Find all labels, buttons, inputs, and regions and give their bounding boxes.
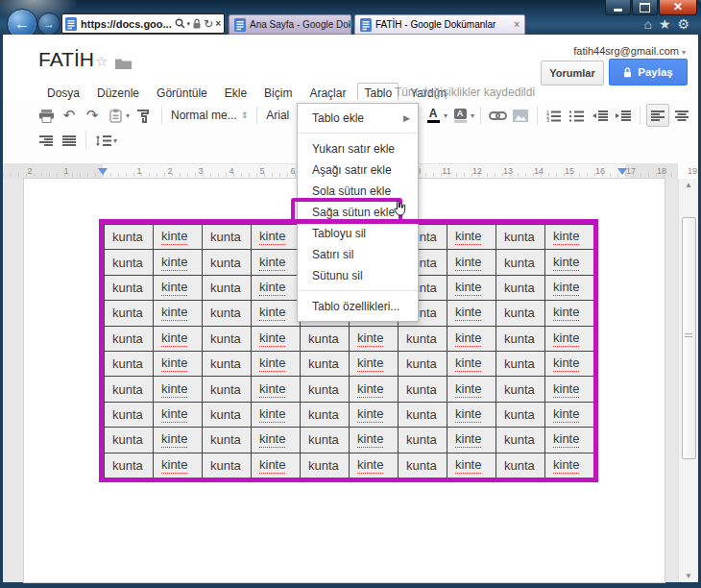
table-cell[interactable]: kinte bbox=[447, 428, 496, 453]
table-cell[interactable]: kunta bbox=[496, 453, 545, 478]
chevron-down-icon[interactable]: ▾ bbox=[471, 111, 474, 120]
document-title[interactable]: FATİH bbox=[38, 48, 94, 71]
menu-item-1[interactable]: Tablo ekle▶ bbox=[298, 108, 418, 129]
close-button[interactable]: ✕ bbox=[659, 0, 697, 15]
table-cell[interactable]: kunta bbox=[203, 301, 252, 326]
settings-icon[interactable]: ⚙ bbox=[677, 17, 689, 31]
table-cell[interactable]: kunta bbox=[301, 377, 350, 402]
table-cell[interactable]: kinte bbox=[447, 403, 496, 428]
forward-button[interactable]: → bbox=[37, 12, 60, 36]
print-button[interactable] bbox=[36, 105, 57, 126]
table-cell[interactable]: kinte bbox=[447, 453, 496, 478]
chevron-down-icon[interactable]: ▾ bbox=[126, 111, 130, 120]
table-cell[interactable]: kunta bbox=[399, 403, 447, 428]
table-cell[interactable]: kinte bbox=[447, 377, 496, 402]
table-cell[interactable]: kunta bbox=[203, 225, 252, 250]
table-cell[interactable]: kunta bbox=[105, 225, 154, 250]
table-cell[interactable]: kinte bbox=[545, 403, 594, 428]
table-cell[interactable]: kinte bbox=[154, 327, 203, 352]
table-cell[interactable]: kinte bbox=[350, 453, 399, 478]
table-cell[interactable]: kunta bbox=[105, 352, 154, 377]
styles-select[interactable]: Normal me...⇕ bbox=[167, 109, 252, 122]
decrease-indent-button[interactable] bbox=[590, 105, 611, 126]
table-cell[interactable]: kinte bbox=[252, 453, 301, 478]
right-indent-marker[interactable] bbox=[617, 168, 627, 175]
account-menu[interactable]: fatih44srg@gmail.com ▾ bbox=[573, 45, 686, 57]
table-cell[interactable]: kinte bbox=[545, 225, 594, 250]
tab-close-icon[interactable]: × bbox=[514, 19, 520, 30]
table-cell[interactable]: kinte bbox=[154, 225, 203, 250]
table-cell[interactable]: kinte bbox=[447, 352, 496, 377]
link-button[interactable] bbox=[487, 105, 508, 126]
star-document-icon[interactable]: ☆ bbox=[95, 53, 108, 70]
table-cell[interactable]: kinte bbox=[154, 403, 203, 428]
table-cell[interactable]: kinte bbox=[447, 225, 496, 250]
text-color-button[interactable]: A bbox=[423, 105, 444, 126]
table-cell[interactable]: kinte bbox=[154, 352, 203, 377]
table-cell[interactable]: kunta bbox=[203, 327, 252, 352]
table-cell[interactable]: kunta bbox=[203, 453, 252, 478]
table-cell[interactable]: kinte bbox=[154, 250, 203, 275]
table-cell[interactable]: kinte bbox=[545, 352, 594, 377]
table-cell[interactable]: kinte bbox=[545, 250, 594, 275]
vertical-scrollbar[interactable]: ▲ ▼ bbox=[678, 179, 698, 582]
table-cell[interactable]: kunta bbox=[105, 250, 154, 275]
table-cell[interactable]: kunta bbox=[496, 276, 545, 301]
maximize-button[interactable] bbox=[632, 0, 658, 15]
favorites-icon[interactable]: ★ bbox=[659, 17, 671, 31]
table-cell[interactable]: kinte bbox=[154, 301, 203, 326]
table-cell[interactable]: kinte bbox=[252, 301, 301, 326]
table-cell[interactable]: kunta bbox=[203, 428, 252, 453]
table-cell[interactable]: kinte bbox=[252, 403, 301, 428]
table-cell[interactable]: kunta bbox=[105, 327, 154, 352]
table-cell[interactable]: kunta bbox=[399, 352, 447, 377]
refresh-icon[interactable]: ↻ bbox=[204, 19, 213, 29]
table-cell[interactable]: kunta bbox=[301, 403, 350, 428]
redo-button[interactable]: ↷ bbox=[82, 105, 103, 126]
paint-format-button[interactable] bbox=[132, 105, 153, 126]
table-cell[interactable]: kunta bbox=[105, 428, 154, 453]
table-cell[interactable]: kinte bbox=[447, 250, 496, 275]
menu-item-4[interactable]: Sola sütun ekle bbox=[298, 181, 418, 202]
scroll-up-icon[interactable]: ▲ bbox=[679, 181, 698, 189]
menu-item-8[interactable]: Sütunu sil bbox=[298, 265, 418, 286]
tab-active[interactable]: FATİH - Google Dokümanlar× bbox=[354, 14, 525, 35]
table-cell[interactable]: kinte bbox=[350, 327, 399, 352]
table-cell[interactable]: kunta bbox=[203, 276, 252, 301]
search-icon[interactable] bbox=[175, 18, 185, 29]
table-cell[interactable]: kunta bbox=[496, 403, 545, 428]
increase-indent-button[interactable] bbox=[613, 105, 634, 126]
table-cell[interactable]: kinte bbox=[545, 428, 594, 453]
table-cell[interactable]: kunta bbox=[496, 225, 545, 250]
table-cell[interactable]: kinte bbox=[545, 276, 594, 301]
table-cell[interactable]: kunta bbox=[496, 301, 545, 326]
table-cell[interactable]: kinte bbox=[154, 276, 203, 301]
share-button[interactable]: Paylaş bbox=[609, 59, 688, 86]
table-cell[interactable]: kunta bbox=[399, 377, 447, 402]
highlight-color-button[interactable]: A bbox=[449, 105, 471, 126]
table-cell[interactable]: kinte bbox=[447, 276, 496, 301]
table-cell[interactable]: kunta bbox=[105, 403, 154, 428]
table-cell[interactable]: kinte bbox=[350, 403, 399, 428]
table-cell[interactable]: kinte bbox=[545, 377, 594, 402]
search-dropdown-icon[interactable]: ▾ bbox=[187, 19, 191, 29]
table-cell[interactable]: kinte bbox=[154, 453, 203, 478]
chevron-down-icon[interactable]: ▾ bbox=[113, 136, 117, 145]
align-left-button[interactable] bbox=[646, 104, 669, 127]
table-cell[interactable]: kinte bbox=[154, 377, 203, 402]
menu-item-2[interactable]: Yukarı satır ekle bbox=[298, 138, 418, 159]
table-cell[interactable]: kunta bbox=[301, 453, 350, 478]
address-url[interactable]: https://docs.goo... bbox=[81, 18, 173, 30]
folder-icon[interactable] bbox=[115, 58, 132, 69]
align-right-button[interactable] bbox=[36, 130, 57, 151]
align-center-button[interactable] bbox=[671, 105, 692, 126]
table-cell[interactable]: kunta bbox=[496, 327, 545, 352]
table-cell[interactable]: kinte bbox=[545, 453, 594, 478]
table-cell[interactable]: kinte bbox=[252, 377, 301, 402]
table-cell[interactable]: kunta bbox=[203, 352, 252, 377]
table-cell[interactable]: kunta bbox=[203, 403, 252, 428]
numbered-list-button[interactable]: 123 bbox=[544, 105, 565, 126]
table-cell[interactable]: kunta bbox=[105, 301, 154, 326]
table-cell[interactable]: kinte bbox=[252, 250, 301, 275]
table-cell[interactable]: kunta bbox=[399, 453, 447, 478]
